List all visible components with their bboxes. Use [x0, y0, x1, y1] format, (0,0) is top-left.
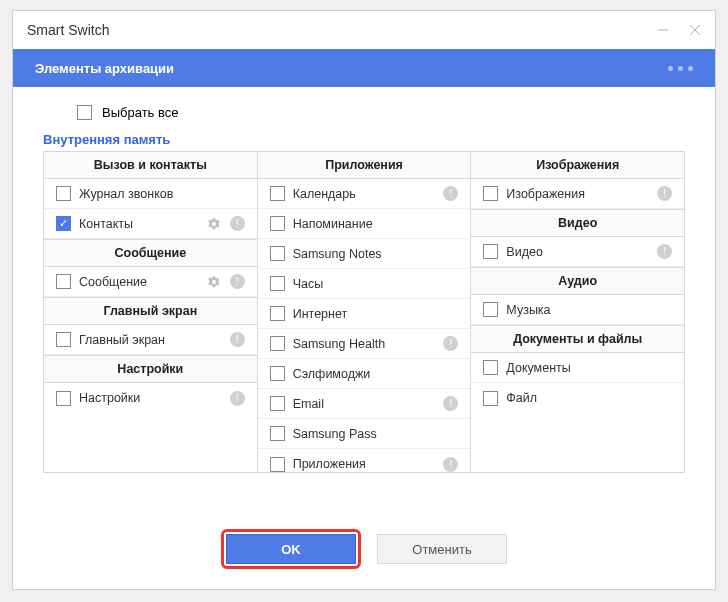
info-icon: [443, 336, 458, 351]
item-checkbox[interactable]: [483, 360, 498, 375]
ok-button[interactable]: OK: [226, 534, 356, 564]
window-controls: [657, 24, 701, 36]
list-item[interactable]: Настройки: [44, 383, 257, 413]
content-area: Выбрать все Внутренняя память Вызов и ко…: [13, 87, 715, 511]
list-item[interactable]: Напоминание: [258, 209, 471, 239]
list-item[interactable]: Контакты: [44, 209, 257, 239]
list-item[interactable]: Приложения: [258, 449, 471, 479]
item-checkbox[interactable]: [270, 246, 285, 261]
item-label: Контакты: [79, 217, 199, 231]
gear-icon[interactable]: [207, 274, 222, 289]
item-label: Часы: [293, 277, 459, 291]
footer: OK Отменить: [13, 511, 715, 589]
item-label: Файл: [506, 391, 672, 405]
list-item[interactable]: Интернет: [258, 299, 471, 329]
column: ПриложенияКалендарьНапоминаниеSamsung No…: [258, 151, 472, 472]
info-icon: [443, 186, 458, 201]
gear-icon[interactable]: [207, 216, 222, 231]
item-label: Samsung Notes: [293, 247, 459, 261]
select-all-checkbox[interactable]: [77, 105, 92, 120]
group-header: Видео: [471, 209, 684, 237]
column: ИзображенияИзображенияВидеоВидеоАудиоМуз…: [471, 151, 684, 472]
section-title: Внутренняя память: [43, 132, 685, 147]
column: Вызов и контактыЖурнал звонковКонтактыСо…: [44, 151, 258, 472]
info-icon: [230, 216, 245, 231]
list-item[interactable]: Samsung Health: [258, 329, 471, 359]
list-item[interactable]: Samsung Pass: [258, 419, 471, 449]
list-item[interactable]: Email: [258, 389, 471, 419]
list-item[interactable]: Видео: [471, 237, 684, 267]
select-all-label: Выбрать все: [102, 105, 178, 120]
list-item[interactable]: Главный экран: [44, 325, 257, 355]
select-all-row: Выбрать все: [77, 105, 685, 120]
item-checkbox[interactable]: [483, 244, 498, 259]
item-label: Документы: [506, 361, 672, 375]
ok-highlight: OK: [221, 529, 361, 569]
item-label: Видео: [506, 245, 649, 259]
list-item[interactable]: Музыка: [471, 295, 684, 325]
titlebar: Smart Switch: [13, 11, 715, 49]
ok-button-label: OK: [281, 542, 301, 557]
item-label: Изображения: [506, 187, 649, 201]
item-checkbox[interactable]: [270, 457, 285, 472]
item-label: Сообщение: [79, 275, 199, 289]
window-title: Smart Switch: [27, 22, 109, 38]
item-label: Напоминание: [293, 217, 459, 231]
list-item[interactable]: Сэлфимоджи: [258, 359, 471, 389]
info-icon: [657, 244, 672, 259]
group-header: Изображения: [471, 151, 684, 179]
item-checkbox[interactable]: [270, 306, 285, 321]
list-item[interactable]: Изображения: [471, 179, 684, 209]
item-label: Сэлфимоджи: [293, 367, 459, 381]
group-header: Вызов и контакты: [44, 151, 257, 179]
close-icon[interactable]: [689, 24, 701, 36]
item-label: Журнал звонков: [79, 187, 245, 201]
item-label: Календарь: [293, 187, 436, 201]
item-checkbox[interactable]: [56, 391, 71, 406]
item-checkbox[interactable]: [270, 366, 285, 381]
list-item[interactable]: Часы: [258, 269, 471, 299]
item-label: Главный экран: [79, 333, 222, 347]
info-icon: [230, 332, 245, 347]
item-checkbox[interactable]: [56, 274, 71, 289]
group-header: Настройки: [44, 355, 257, 383]
item-label: Samsung Pass: [293, 427, 459, 441]
list-item[interactable]: Samsung Notes: [258, 239, 471, 269]
list-item[interactable]: Документы: [471, 353, 684, 383]
item-checkbox[interactable]: [270, 396, 285, 411]
list-item[interactable]: Журнал звонков: [44, 179, 257, 209]
item-checkbox[interactable]: [270, 216, 285, 231]
info-icon: [443, 457, 458, 472]
info-icon: [230, 274, 245, 289]
info-icon: [230, 391, 245, 406]
item-checkbox[interactable]: [270, 186, 285, 201]
banner-title: Элементы архивации: [35, 61, 174, 76]
more-icon[interactable]: [668, 66, 693, 71]
item-label: Интернет: [293, 307, 459, 321]
group-header: Главный экран: [44, 297, 257, 325]
minimize-icon[interactable]: [657, 24, 669, 36]
group-header: Сообщение: [44, 239, 257, 267]
list-item[interactable]: Сообщение: [44, 267, 257, 297]
item-checkbox[interactable]: [56, 216, 71, 231]
info-icon: [657, 186, 672, 201]
category-grid: Вызов и контактыЖурнал звонковКонтактыСо…: [43, 151, 685, 473]
list-item[interactable]: Файл: [471, 383, 684, 413]
item-checkbox[interactable]: [56, 186, 71, 201]
item-label: Приложения: [293, 457, 436, 471]
item-checkbox[interactable]: [270, 426, 285, 441]
item-checkbox[interactable]: [483, 391, 498, 406]
cancel-button[interactable]: Отменить: [377, 534, 507, 564]
item-checkbox[interactable]: [270, 276, 285, 291]
item-label: Музыка: [506, 303, 672, 317]
item-checkbox[interactable]: [270, 336, 285, 351]
item-checkbox[interactable]: [56, 332, 71, 347]
item-label: Настройки: [79, 391, 222, 405]
list-item[interactable]: Календарь: [258, 179, 471, 209]
item-checkbox[interactable]: [483, 186, 498, 201]
item-label: Samsung Health: [293, 337, 436, 351]
group-header: Документы и файлы: [471, 325, 684, 353]
group-header: Приложения: [258, 151, 471, 179]
item-label: Email: [293, 397, 436, 411]
item-checkbox[interactable]: [483, 302, 498, 317]
